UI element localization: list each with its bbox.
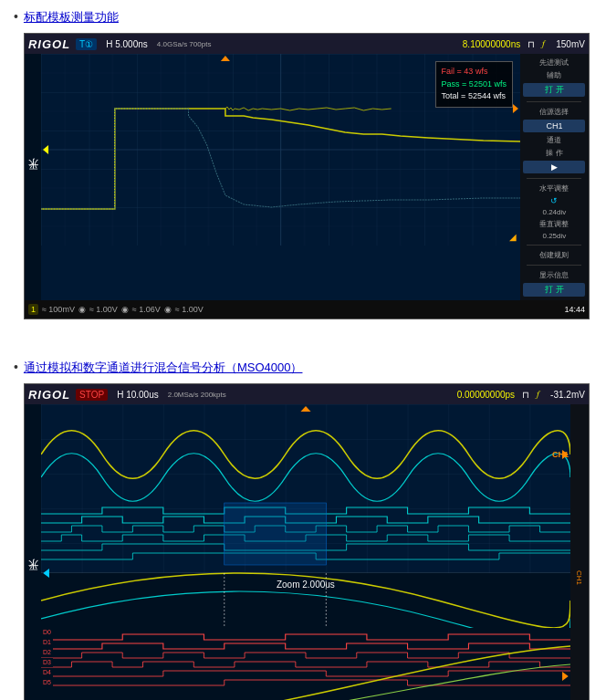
scope1-ficon: 𝑓 — [542, 38, 545, 49]
scope2-screen: ⏻ Zoom 2.000us CH1 D0 D1 D2 D3 D4 — [41, 404, 570, 700]
open2-btn[interactable]: 打 开 — [523, 283, 585, 297]
d4-label: D4 — [41, 668, 53, 677]
scope1-screen: Fail = 43 wfs Pass = 52501 wfs Total = 5… — [41, 54, 520, 246]
scope1-topbar-right: 8.10000000ns ⊓ 𝑓 150mV — [463, 38, 585, 49]
channel-select-label: 信源选择 — [523, 107, 585, 117]
panel-div4 — [527, 265, 581, 266]
scope1-samplerate: 4.0GSa/s 700pts — [157, 40, 212, 48]
d5-label: D5 — [41, 678, 53, 687]
assist-label: 辅助 — [523, 70, 585, 80]
ch2-indicator: ◉ — [78, 305, 86, 314]
scope2-main: 水平 — [25, 404, 589, 700]
open1-btn[interactable]: 打 开 — [523, 83, 585, 97]
scope1-timebase: H 5.000ns — [106, 39, 148, 49]
scope1-ylabel: 水平 — [25, 54, 41, 300]
scope1-measure-overlay: Fail = 43 wfs Pass = 52501 wfs Total = 5… — [435, 61, 513, 108]
scope2-trigicon: ⊓ — [522, 390, 529, 400]
bullet2: • — [14, 360, 18, 374]
scope2-ficon: 𝑓 — [537, 389, 539, 400]
section1-content: 标配模板测量功能 RIGOL T① H 5.000ns 4.0GSa/s 700… — [24, 9, 590, 323]
create-rule-label: 创建规则 — [523, 250, 585, 260]
measure-pass: Pass = 52501 wfs — [442, 78, 507, 91]
svg-rect-11 — [225, 503, 327, 565]
scope1-trigtime: 8.10000000ns — [463, 39, 520, 49]
section1-item: • 标配模板测量功能 RIGOL T① H 5.000ns 4.0GSa/s 7… — [14, 9, 592, 323]
panel-div2 — [527, 178, 581, 179]
scope2-ch1-marker: CH1 — [552, 450, 569, 459]
measure-fail: Fail = 43 wfs — [442, 66, 507, 78]
svg-rect-16 — [41, 628, 570, 700]
d3-label: D3 — [41, 658, 53, 667]
panel-div1 — [527, 101, 581, 102]
scope2-trigtime: 0.00000000ps — [457, 390, 515, 400]
bullet1: • — [14, 9, 18, 24]
scope2-right-strip: CH1 — [570, 404, 589, 700]
d2-label: D2 — [41, 648, 53, 657]
scope2-ylabel: 水平 — [25, 404, 41, 700]
scope1-right-panel: 先进测试 辅助 打 开 信源选择 CH1 通道 操 作 ▶ 水平调整 ↺ 0.2… — [520, 54, 589, 300]
play-btn[interactable]: ▶ — [523, 161, 585, 173]
scope2-timebase: H 10.00us — [117, 390, 159, 400]
ch3-indicator: ◉ — [121, 305, 129, 314]
gap1 — [14, 341, 592, 360]
measure-total: Total = 52544 wfs — [442, 90, 507, 103]
scope2-samplerate: 2.0MSa/s 200kpts — [168, 391, 226, 399]
tong-label: 通道 — [523, 135, 585, 145]
v-adjust-label: 垂直调整 — [523, 219, 585, 229]
scope2-topbar: RIGOL STOP H 10.00us 2.0MSa/s 200kpts 0.… — [25, 384, 589, 404]
section2-content: 通过模拟和数字通道进行混合信号分析（MSO4000） RIGOL STOP H … — [24, 360, 590, 700]
scope1-bottom: 1 ≈ 100mV ◉ ≈ 1.00V ◉ ≈ 1.06V ◉ ≈ 1.00V … — [25, 300, 589, 319]
scope2-status: STOP — [76, 389, 108, 401]
scope1-container: RIGOL T① H 5.000ns 4.0GSa/s 700pts 8.100… — [24, 33, 590, 319]
d0-label: D0 — [41, 628, 53, 637]
advanced-test-label: 先进测试 — [523, 57, 585, 68]
show-info-label: 显示信息 — [523, 270, 585, 280]
section1-link[interactable]: 标配模板测量功能 — [24, 9, 590, 26]
ch1-val: ≈ 100mV — [42, 305, 75, 314]
section2-link[interactable]: 通过模拟和数字通道进行混合信号分析（MSO4000） — [24, 360, 590, 376]
rigol-logo-2: RIGOL — [28, 388, 70, 402]
scope2-topbar-right: 0.00000000ps ⊓ 𝑓 -31.2mV — [457, 389, 585, 400]
scope2-digital-labels: D0 D1 D2 D3 D4 D5 — [41, 628, 53, 687]
scope1-topbar: RIGOL T① H 5.000ns 4.0GSa/s 700pts 8.100… — [25, 34, 589, 54]
ch1-btn[interactable]: CH1 — [523, 120, 585, 132]
ch4-indicator: ◉ — [164, 305, 172, 314]
scope1-voltage: 150mV — [556, 39, 585, 49]
ch1-indicator: 1 — [28, 304, 38, 315]
ch2-val: ≈ 1.00V — [89, 305, 118, 314]
ch3-val: ≈ 1.06V — [132, 305, 161, 314]
scope1-trigicon: ⊓ — [528, 39, 535, 49]
scope2-ch1-side: CH1 — [575, 570, 583, 585]
caozuo-label: 操 作 — [523, 148, 585, 158]
h-adjust-icon: ↺ — [523, 196, 585, 205]
scope2-container: RIGOL STOP H 10.00us 2.0MSa/s 200kpts 0.… — [24, 383, 590, 700]
ch4-val: ≈ 1.00V — [175, 305, 204, 314]
scope2-zoom-label: Zoom 2.000us — [277, 580, 335, 590]
scope1-time: 14:44 — [564, 305, 585, 314]
scope2-waveform-svg: ⏻ — [41, 404, 570, 700]
scope1-status: T① — [76, 38, 97, 50]
d1-label: D1 — [41, 638, 53, 647]
panel-div3 — [527, 245, 581, 246]
scope1-corner-icon: ◢ — [509, 232, 517, 242]
rigol-logo-1: RIGOL — [28, 37, 70, 51]
section2-item: • 通过模拟和数字通道进行混合信号分析（MSO4000） RIGOL STOP … — [14, 360, 592, 700]
scope1-main: 水平 — [25, 54, 589, 300]
h-value: 0.24div — [523, 208, 585, 216]
h-adjust-label: 水平调整 — [523, 183, 585, 193]
scope2-voltage: -31.2mV — [550, 390, 585, 400]
v-value: 0.25div — [523, 232, 585, 240]
